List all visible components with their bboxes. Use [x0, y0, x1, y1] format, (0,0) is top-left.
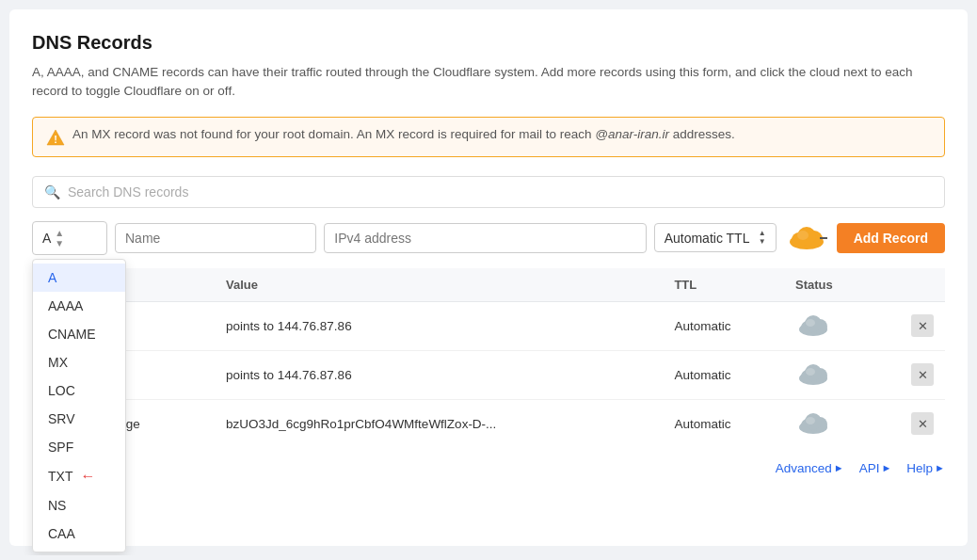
api-label: API — [859, 461, 880, 475]
warning-box: ! An MX record was not found for your ro… — [32, 117, 945, 157]
cell-delete: ✕ — [876, 350, 945, 399]
warning-icon: ! — [46, 128, 65, 147]
ttl-up-arrow: ▲ — [759, 230, 766, 237]
dropdown-item-aaaa[interactable]: AAAA — [33, 292, 125, 320]
col-status: Status — [784, 268, 876, 302]
table-row: anar-iran.ir points to 144.76.87.86 Auto… — [32, 301, 945, 350]
advanced-arrow-icon: ► — [834, 462, 844, 473]
cell-ttl: Automatic — [663, 399, 784, 448]
delete-button[interactable]: ✕ — [911, 412, 934, 435]
add-record-form: A ▲▼ A AAAA CNAME MX LOC SRV SPF TXT ← N… — [32, 221, 945, 255]
help-label: Help — [906, 461, 933, 475]
dropdown-item-ns[interactable]: NS — [33, 491, 125, 520]
type-select-container: A ▲▼ A AAAA CNAME MX LOC SRV SPF TXT ← N… — [32, 221, 107, 255]
cell-value: bzUO3Jd_6cg9hRo1prCbfO4WMfteWflZox-D-... — [215, 399, 663, 448]
cloud-proxy-toggle[interactable] — [784, 225, 829, 251]
cloud-grey-icon — [795, 313, 831, 336]
cloud-orange-icon — [784, 225, 829, 251]
help-link[interactable]: Help ► — [906, 461, 945, 475]
value-input[interactable] — [324, 223, 646, 253]
cell-ttl: Automatic — [663, 301, 784, 350]
warning-text: An MX record was not found for your root… — [72, 127, 735, 141]
name-input[interactable] — [115, 223, 316, 253]
help-arrow-icon: ► — [935, 462, 945, 473]
dropdown-item-mx[interactable]: MX — [33, 348, 125, 376]
api-arrow-icon: ► — [881, 462, 891, 473]
ttl-arrows: ▲ ▼ — [759, 230, 766, 246]
col-actions — [876, 268, 945, 302]
delete-button[interactable]: ✕ — [911, 363, 934, 386]
txt-arrow-icon: ← — [80, 468, 95, 485]
advanced-link[interactable]: Advanced ► — [776, 461, 844, 475]
cloud-grey-icon — [795, 411, 831, 434]
dropdown-item-a[interactable]: A — [33, 264, 125, 292]
search-input[interactable] — [68, 184, 933, 200]
delete-button[interactable]: ✕ — [911, 314, 934, 337]
search-bar: 🔍 — [32, 176, 945, 208]
cell-ttl: Automatic — [663, 350, 784, 399]
svg-point-12 — [806, 319, 815, 327]
dropdown-item-spf[interactable]: SPF — [33, 433, 125, 461]
ttl-value: Automatic TTL — [665, 231, 750, 246]
table-row: _acme-challenge bzUO3Jd_6cg9hRo1prCbfO4W… — [32, 399, 945, 448]
cell-status[interactable] — [784, 301, 876, 350]
ttl-select[interactable]: Automatic TTL ▲ ▼ — [654, 223, 777, 252]
ttl-down-arrow: ▼ — [759, 238, 766, 246]
dropdown-item-srv[interactable]: SRV — [33, 405, 125, 433]
api-link[interactable]: API ► — [859, 461, 892, 475]
footer-links: Advanced ► API ► Help ► — [32, 461, 945, 475]
type-dropdown-menu: A AAAA CNAME MX LOC SRV SPF TXT ← NS CAA — [32, 259, 126, 552]
type-select[interactable]: A ▲▼ — [32, 221, 107, 255]
advanced-label: Advanced — [776, 461, 832, 475]
search-icon: 🔍 — [44, 184, 60, 200]
dropdown-item-loc[interactable]: LOC — [33, 376, 125, 405]
table-row: www points to 144.76.87.86 Automatic ✕ — [32, 350, 945, 399]
cell-status[interactable] — [784, 350, 876, 399]
cell-delete: ✕ — [876, 399, 945, 448]
chevron-up-icon: ▲▼ — [55, 228, 64, 248]
cloud-grey-icon — [795, 362, 831, 385]
svg-point-17 — [806, 368, 815, 376]
svg-point-6 — [797, 231, 809, 240]
dropdown-item-txt[interactable]: TXT ← — [33, 461, 125, 491]
col-ttl: TTL — [663, 268, 784, 302]
cell-value: points to 144.76.87.86 — [215, 350, 663, 399]
dropdown-item-caa[interactable]: CAA — [33, 520, 125, 548]
page-title: DNS Records — [32, 32, 945, 54]
dns-table: Name Value TTL Status anar-iran.ir point… — [32, 268, 945, 448]
add-record-button[interactable]: Add Record — [837, 223, 945, 253]
dropdown-item-cname[interactable]: CNAME — [33, 320, 125, 348]
col-value: Value — [215, 268, 663, 302]
dns-records-panel: DNS Records A, AAAA, and CNAME records c… — [9, 9, 968, 546]
cell-value: points to 144.76.87.86 — [215, 301, 663, 350]
svg-point-22 — [806, 417, 815, 424]
cell-delete: ✕ — [876, 301, 945, 350]
svg-text:!: ! — [54, 133, 57, 144]
warning-domain: @anar-iran.ir — [595, 127, 669, 141]
type-select-value: A — [42, 231, 51, 246]
page-description: A, AAAA, and CNAME records can have thei… — [32, 63, 945, 102]
cell-status[interactable] — [784, 399, 876, 448]
